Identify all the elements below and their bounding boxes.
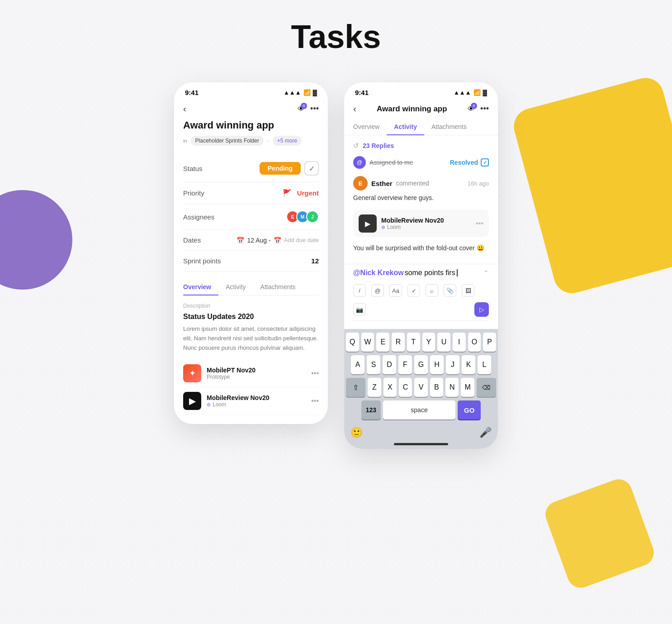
key-y[interactable]: Y [422, 333, 435, 352]
signal-icon-1: ▲▲▲ [284, 89, 301, 96]
key-a[interactable]: A [351, 355, 364, 374]
sprint-points-value[interactable]: 12 [311, 257, 319, 265]
tab-overview-1[interactable]: Overview [183, 280, 218, 295]
key-j[interactable]: J [446, 355, 459, 374]
back-button-2[interactable]: ‹ [353, 104, 356, 114]
key-x[interactable]: X [383, 378, 397, 397]
key-r[interactable]: R [392, 333, 405, 352]
toolbar-check[interactable]: ✓ [407, 284, 420, 297]
comment-block: E Esther commented 16h ago General overv… [353, 176, 489, 203]
reply-input-row: @Nick Krekow some points firs ⌃ [353, 269, 489, 277]
key-g[interactable]: G [414, 355, 428, 374]
signal-icon-2: ▲▲▲ [454, 89, 471, 96]
attachment-loom[interactable]: ▶ MobileReview Nov20 ⚙ Loom ••• [183, 387, 319, 415]
priority-urgent[interactable]: Urgent [297, 189, 319, 197]
attachment-figma-more[interactable]: ••• [311, 369, 319, 377]
key-b[interactable]: B [430, 378, 443, 397]
key-row-4: 123 space GO [346, 400, 496, 419]
dates-label: Dates [183, 236, 201, 244]
key-v[interactable]: V [414, 378, 427, 397]
key-d[interactable]: D [383, 355, 396, 374]
reply-mention: @Nick Krekow [353, 269, 404, 277]
phone-2: 9:41 ▲▲▲ 📶 ▓ ‹ Award winning app 👁 8 •••… [344, 82, 498, 449]
home-indicator [394, 443, 448, 445]
add-due-date[interactable]: Add due date [284, 237, 319, 243]
video-more[interactable]: ••• [476, 219, 483, 228]
key-s[interactable]: S [367, 355, 380, 374]
more-button-1[interactable]: ••• [310, 104, 319, 114]
send-button[interactable]: ▷ [474, 302, 489, 317]
assignees-avatars[interactable]: E M J [286, 210, 319, 223]
flag-icon: 🚩 [283, 189, 292, 197]
tab-attachments-2[interactable]: Attachments [424, 119, 474, 135]
key-backspace[interactable]: ⌫ [477, 378, 496, 397]
desc-text: Lorem ipsum dolor sit amet, consectetur … [183, 324, 319, 352]
key-i[interactable]: I [453, 333, 466, 352]
tab-overview-2[interactable]: Overview [353, 119, 387, 135]
key-e[interactable]: E [376, 333, 389, 352]
toolbar-camera[interactable]: 📷 [353, 303, 366, 316]
key-l[interactable]: L [478, 355, 491, 374]
breadcrumb-1: in Placeholder Sprints Folder · +5 more [183, 136, 319, 146]
attachment-loom-more[interactable]: ••• [311, 397, 319, 405]
key-q[interactable]: Q [346, 333, 359, 352]
check-button[interactable]: ✓ [304, 161, 319, 176]
start-date[interactable]: 12 Aug - [247, 237, 270, 244]
tab-attachments-1[interactable]: Attachments [253, 280, 303, 295]
back-button-1[interactable]: ‹ [183, 104, 186, 114]
mic-icon[interactable]: 🎤 [479, 427, 492, 438]
field-assignees: Assignees E M J [183, 204, 319, 230]
phone1-content: Award winning app in Placeholder Sprints… [174, 119, 328, 424]
tab-activity-2[interactable]: Activity [387, 119, 424, 135]
replies-text[interactable]: 23 Replies [363, 142, 394, 149]
key-c[interactable]: C [399, 378, 412, 397]
page-title: Tasks [291, 18, 381, 55]
emoji-icon[interactable]: 🙂 [350, 427, 363, 438]
status-badge[interactable]: Pending [260, 162, 301, 175]
resolved-button[interactable]: Resolved ✓ [450, 158, 489, 167]
key-p[interactable]: P [483, 333, 496, 352]
key-space[interactable]: space [383, 400, 455, 419]
key-u[interactable]: U [437, 333, 450, 352]
video-card[interactable]: ▶ MobileReview Nov20 ⚙ Loom ••• [353, 210, 489, 237]
assigned-row: @ Assigned to me Resolved ✓ [353, 156, 489, 169]
figma-thumb: ✦ [183, 364, 201, 382]
key-t[interactable]: T [407, 333, 420, 352]
loom-gear-icon: ⚙ [381, 225, 385, 230]
toolbar-slash[interactable]: / [353, 284, 366, 297]
assigned-to-me: Assigned to me [369, 159, 413, 166]
time-2: 9:41 [355, 89, 369, 96]
collapse-icon[interactable]: ⌃ [483, 269, 489, 276]
toolbar-attach[interactable]: 📎 [444, 284, 456, 297]
toolbar-text[interactable]: Aa [389, 284, 402, 297]
video-sub: ⚙ Loom [381, 224, 444, 230]
more-button-2[interactable]: ••• [480, 104, 489, 114]
phone-nav-1: ‹ 👁 8 ••• [174, 100, 328, 119]
key-h[interactable]: H [430, 355, 444, 374]
phones-container: 9:41 ▲▲▲ 📶 ▓ ‹ 👁 8 ••• Award winning app [174, 82, 498, 449]
key-nums[interactable]: 123 [361, 400, 381, 419]
field-status: Status Pending ✓ [183, 155, 319, 182]
toolbar-image[interactable]: 🖼 [462, 284, 474, 297]
key-k[interactable]: K [462, 355, 475, 374]
key-shift[interactable]: ⇧ [346, 378, 365, 397]
toolbar-at[interactable]: @ [371, 284, 384, 297]
key-m[interactable]: M [461, 378, 474, 397]
breadcrumb-more[interactable]: +5 more [273, 136, 302, 146]
key-go[interactable]: GO [458, 400, 481, 419]
attachment-figma[interactable]: ✦ MobilePT Nov20 Prototype ••• [183, 360, 319, 387]
cursor [457, 269, 458, 276]
eye-button-2[interactable]: 👁 8 [468, 105, 475, 113]
key-n[interactable]: N [445, 378, 459, 397]
reply-icon: ↺ [353, 142, 359, 150]
toolbar-search[interactable]: ⌕ [426, 284, 438, 297]
key-o[interactable]: O [468, 333, 481, 352]
key-w[interactable]: W [361, 333, 374, 352]
tab-activity-1[interactable]: Activity [218, 280, 253, 295]
key-f[interactable]: F [398, 355, 412, 374]
key-z[interactable]: Z [368, 378, 381, 397]
breadcrumb-folder[interactable]: Placeholder Sprints Folder [191, 136, 264, 146]
reply-input[interactable]: @Nick Krekow some points firs [353, 269, 483, 277]
comment-action: commented [396, 180, 429, 187]
eye-button-1[interactable]: 👁 8 [298, 105, 305, 113]
